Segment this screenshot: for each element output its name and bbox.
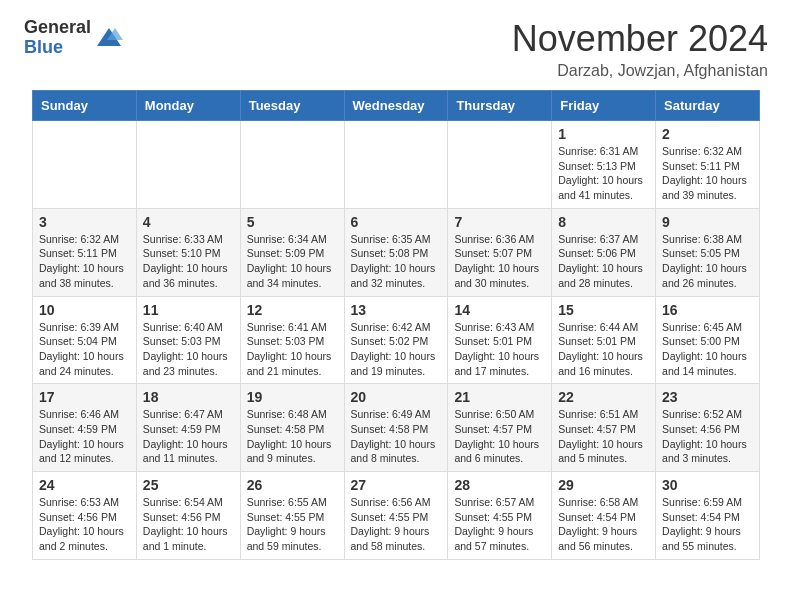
day-content: Sunrise: 6:32 AM Sunset: 5:11 PM Dayligh… (662, 144, 753, 203)
day-number: 3 (39, 214, 130, 230)
calendar-cell: 6Sunrise: 6:35 AM Sunset: 5:08 PM Daylig… (344, 208, 448, 296)
calendar-cell: 16Sunrise: 6:45 AM Sunset: 5:00 PM Dayli… (656, 296, 760, 384)
calendar-cell (344, 121, 448, 209)
header-day: Wednesday (344, 91, 448, 121)
header-day: Tuesday (240, 91, 344, 121)
calendar-cell: 11Sunrise: 6:40 AM Sunset: 5:03 PM Dayli… (136, 296, 240, 384)
day-number: 22 (558, 389, 649, 405)
header-day: Friday (552, 91, 656, 121)
header-day: Thursday (448, 91, 552, 121)
day-number: 15 (558, 302, 649, 318)
calendar-cell (33, 121, 137, 209)
calendar-body: 1Sunrise: 6:31 AM Sunset: 5:13 PM Daylig… (33, 121, 760, 560)
day-content: Sunrise: 6:34 AM Sunset: 5:09 PM Dayligh… (247, 232, 338, 291)
day-content: Sunrise: 6:51 AM Sunset: 4:57 PM Dayligh… (558, 407, 649, 466)
day-number: 17 (39, 389, 130, 405)
day-number: 8 (558, 214, 649, 230)
calendar-cell: 9Sunrise: 6:38 AM Sunset: 5:05 PM Daylig… (656, 208, 760, 296)
day-number: 18 (143, 389, 234, 405)
logo: General Blue (24, 18, 123, 58)
logo-general: General (24, 18, 91, 38)
calendar-cell (240, 121, 344, 209)
calendar-cell: 30Sunrise: 6:59 AM Sunset: 4:54 PM Dayli… (656, 472, 760, 560)
calendar-week-row: 3Sunrise: 6:32 AM Sunset: 5:11 PM Daylig… (33, 208, 760, 296)
calendar-cell: 28Sunrise: 6:57 AM Sunset: 4:55 PM Dayli… (448, 472, 552, 560)
calendar-cell: 4Sunrise: 6:33 AM Sunset: 5:10 PM Daylig… (136, 208, 240, 296)
calendar-week-row: 24Sunrise: 6:53 AM Sunset: 4:56 PM Dayli… (33, 472, 760, 560)
day-number: 21 (454, 389, 545, 405)
calendar-cell: 21Sunrise: 6:50 AM Sunset: 4:57 PM Dayli… (448, 384, 552, 472)
calendar-cell (448, 121, 552, 209)
day-number: 7 (454, 214, 545, 230)
calendar-cell (136, 121, 240, 209)
title-area: November 2024 Darzab, Jowzjan, Afghanist… (512, 18, 768, 80)
calendar-cell: 14Sunrise: 6:43 AM Sunset: 5:01 PM Dayli… (448, 296, 552, 384)
logo-icon (95, 24, 123, 52)
day-number: 28 (454, 477, 545, 493)
calendar-cell: 19Sunrise: 6:48 AM Sunset: 4:58 PM Dayli… (240, 384, 344, 472)
calendar-cell: 5Sunrise: 6:34 AM Sunset: 5:09 PM Daylig… (240, 208, 344, 296)
calendar-cell: 7Sunrise: 6:36 AM Sunset: 5:07 PM Daylig… (448, 208, 552, 296)
header-day: Monday (136, 91, 240, 121)
day-number: 12 (247, 302, 338, 318)
month-title: November 2024 (512, 18, 768, 60)
day-number: 13 (351, 302, 442, 318)
calendar-header: SundayMondayTuesdayWednesdayThursdayFrid… (33, 91, 760, 121)
day-content: Sunrise: 6:50 AM Sunset: 4:57 PM Dayligh… (454, 407, 545, 466)
day-number: 1 (558, 126, 649, 142)
calendar-cell: 22Sunrise: 6:51 AM Sunset: 4:57 PM Dayli… (552, 384, 656, 472)
day-number: 14 (454, 302, 545, 318)
day-number: 10 (39, 302, 130, 318)
day-content: Sunrise: 6:43 AM Sunset: 5:01 PM Dayligh… (454, 320, 545, 379)
calendar-cell: 23Sunrise: 6:52 AM Sunset: 4:56 PM Dayli… (656, 384, 760, 472)
day-content: Sunrise: 6:52 AM Sunset: 4:56 PM Dayligh… (662, 407, 753, 466)
day-number: 24 (39, 477, 130, 493)
calendar-cell: 18Sunrise: 6:47 AM Sunset: 4:59 PM Dayli… (136, 384, 240, 472)
header-day: Sunday (33, 91, 137, 121)
day-number: 27 (351, 477, 442, 493)
calendar-cell: 15Sunrise: 6:44 AM Sunset: 5:01 PM Dayli… (552, 296, 656, 384)
day-content: Sunrise: 6:59 AM Sunset: 4:54 PM Dayligh… (662, 495, 753, 554)
calendar-cell: 29Sunrise: 6:58 AM Sunset: 4:54 PM Dayli… (552, 472, 656, 560)
calendar-cell: 17Sunrise: 6:46 AM Sunset: 4:59 PM Dayli… (33, 384, 137, 472)
day-content: Sunrise: 6:48 AM Sunset: 4:58 PM Dayligh… (247, 407, 338, 466)
calendar-cell: 20Sunrise: 6:49 AM Sunset: 4:58 PM Dayli… (344, 384, 448, 472)
calendar-cell: 12Sunrise: 6:41 AM Sunset: 5:03 PM Dayli… (240, 296, 344, 384)
calendar-week-row: 17Sunrise: 6:46 AM Sunset: 4:59 PM Dayli… (33, 384, 760, 472)
day-content: Sunrise: 6:31 AM Sunset: 5:13 PM Dayligh… (558, 144, 649, 203)
calendar-cell: 24Sunrise: 6:53 AM Sunset: 4:56 PM Dayli… (33, 472, 137, 560)
calendar-cell: 3Sunrise: 6:32 AM Sunset: 5:11 PM Daylig… (33, 208, 137, 296)
day-content: Sunrise: 6:44 AM Sunset: 5:01 PM Dayligh… (558, 320, 649, 379)
day-content: Sunrise: 6:37 AM Sunset: 5:06 PM Dayligh… (558, 232, 649, 291)
day-number: 6 (351, 214, 442, 230)
day-content: Sunrise: 6:35 AM Sunset: 5:08 PM Dayligh… (351, 232, 442, 291)
calendar-cell: 26Sunrise: 6:55 AM Sunset: 4:55 PM Dayli… (240, 472, 344, 560)
day-number: 25 (143, 477, 234, 493)
day-content: Sunrise: 6:38 AM Sunset: 5:05 PM Dayligh… (662, 232, 753, 291)
calendar-cell: 13Sunrise: 6:42 AM Sunset: 5:02 PM Dayli… (344, 296, 448, 384)
day-number: 29 (558, 477, 649, 493)
calendar-table: SundayMondayTuesdayWednesdayThursdayFrid… (32, 90, 760, 560)
day-number: 26 (247, 477, 338, 493)
day-number: 23 (662, 389, 753, 405)
header-day: Saturday (656, 91, 760, 121)
calendar-cell: 8Sunrise: 6:37 AM Sunset: 5:06 PM Daylig… (552, 208, 656, 296)
day-number: 19 (247, 389, 338, 405)
day-content: Sunrise: 6:41 AM Sunset: 5:03 PM Dayligh… (247, 320, 338, 379)
day-number: 5 (247, 214, 338, 230)
calendar-cell: 1Sunrise: 6:31 AM Sunset: 5:13 PM Daylig… (552, 121, 656, 209)
calendar-week-row: 1Sunrise: 6:31 AM Sunset: 5:13 PM Daylig… (33, 121, 760, 209)
day-number: 4 (143, 214, 234, 230)
calendar-cell: 27Sunrise: 6:56 AM Sunset: 4:55 PM Dayli… (344, 472, 448, 560)
calendar-wrapper: SundayMondayTuesdayWednesdayThursdayFrid… (0, 90, 792, 576)
location: Darzab, Jowzjan, Afghanistan (512, 62, 768, 80)
calendar-cell: 2Sunrise: 6:32 AM Sunset: 5:11 PM Daylig… (656, 121, 760, 209)
day-content: Sunrise: 6:45 AM Sunset: 5:00 PM Dayligh… (662, 320, 753, 379)
day-content: Sunrise: 6:53 AM Sunset: 4:56 PM Dayligh… (39, 495, 130, 554)
day-number: 20 (351, 389, 442, 405)
day-number: 9 (662, 214, 753, 230)
day-content: Sunrise: 6:39 AM Sunset: 5:04 PM Dayligh… (39, 320, 130, 379)
day-number: 30 (662, 477, 753, 493)
day-number: 11 (143, 302, 234, 318)
page-header: General Blue November 2024 Darzab, Jowzj… (0, 0, 792, 90)
